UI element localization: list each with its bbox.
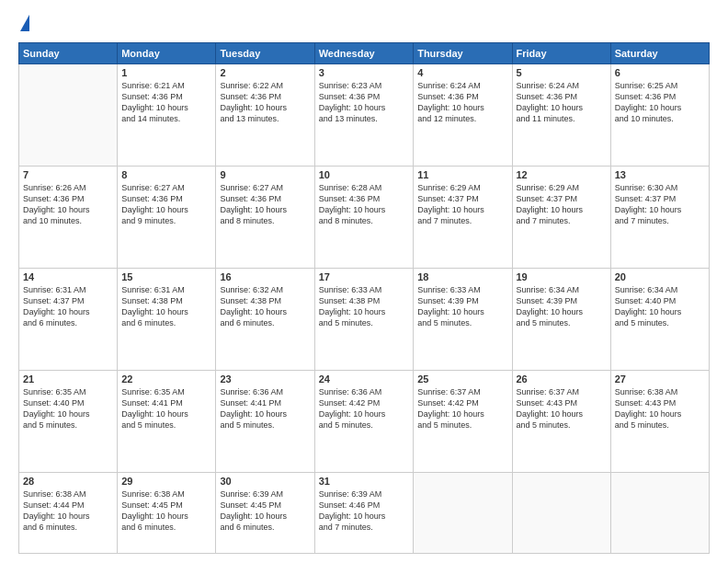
- day-info: Sunrise: 6:35 AM Sunset: 4:41 PM Dayligh…: [121, 386, 211, 431]
- day-info: Sunrise: 6:38 AM Sunset: 4:45 PM Dayligh…: [121, 488, 211, 534]
- day-number: 16: [220, 271, 310, 282]
- logo: [18, 15, 29, 33]
- calendar-day-cell: 18Sunrise: 6:33 AM Sunset: 4:39 PM Dayli…: [414, 268, 512, 370]
- calendar-day-cell: 25Sunrise: 6:37 AM Sunset: 4:42 PM Dayli…: [414, 370, 512, 472]
- weekday-header-cell: Wednesday: [314, 43, 413, 64]
- day-number: 9: [220, 169, 310, 180]
- day-info: Sunrise: 6:29 AM Sunset: 4:37 PM Dayligh…: [517, 182, 607, 227]
- page: SundayMondayTuesdayWednesdayThursdayFrid…: [0, 0, 728, 563]
- day-number: 18: [417, 271, 507, 282]
- day-number: 2: [220, 67, 310, 78]
- calendar-day-cell: 14Sunrise: 6:31 AM Sunset: 4:37 PM Dayli…: [19, 268, 118, 370]
- calendar-day-cell: 8Sunrise: 6:27 AM Sunset: 4:36 PM Daylig…: [118, 166, 216, 268]
- calendar-day-cell: 9Sunrise: 6:27 AM Sunset: 4:36 PM Daylig…: [216, 166, 314, 268]
- calendar-day-cell: 28Sunrise: 6:38 AM Sunset: 4:44 PM Dayli…: [19, 472, 118, 553]
- calendar-day-cell: 2Sunrise: 6:22 AM Sunset: 4:36 PM Daylig…: [216, 64, 314, 167]
- calendar-day-cell: 20Sunrise: 6:34 AM Sunset: 4:40 PM Dayli…: [610, 268, 709, 370]
- day-number: 24: [319, 373, 409, 385]
- day-number: 15: [121, 271, 211, 282]
- day-info: Sunrise: 6:36 AM Sunset: 4:42 PM Dayligh…: [319, 386, 409, 431]
- calendar-day-cell: 19Sunrise: 6:34 AM Sunset: 4:39 PM Dayli…: [512, 268, 610, 370]
- calendar-week-row: 28Sunrise: 6:38 AM Sunset: 4:44 PM Dayli…: [19, 472, 710, 553]
- calendar-day-cell: 15Sunrise: 6:31 AM Sunset: 4:38 PM Dayli…: [118, 268, 216, 370]
- weekday-header-cell: Friday: [512, 43, 610, 64]
- day-info: Sunrise: 6:37 AM Sunset: 4:42 PM Dayligh…: [417, 386, 507, 431]
- day-info: Sunrise: 6:24 AM Sunset: 4:36 PM Dayligh…: [417, 80, 507, 125]
- calendar-week-row: 14Sunrise: 6:31 AM Sunset: 4:37 PM Dayli…: [19, 268, 710, 370]
- calendar-day-cell: 29Sunrise: 6:38 AM Sunset: 4:45 PM Dayli…: [118, 472, 216, 553]
- day-info: Sunrise: 6:30 AM Sunset: 4:37 PM Dayligh…: [615, 182, 705, 227]
- weekday-header-cell: Sunday: [19, 43, 118, 64]
- day-info: Sunrise: 6:32 AM Sunset: 4:38 PM Dayligh…: [220, 284, 310, 329]
- calendar-day-cell: 31Sunrise: 6:39 AM Sunset: 4:46 PM Dayli…: [314, 472, 413, 553]
- day-info: Sunrise: 6:34 AM Sunset: 4:40 PM Dayligh…: [615, 284, 705, 329]
- calendar-day-cell: 23Sunrise: 6:36 AM Sunset: 4:41 PM Dayli…: [216, 370, 314, 472]
- day-info: Sunrise: 6:25 AM Sunset: 4:36 PM Dayligh…: [615, 80, 705, 125]
- calendar-day-cell: 21Sunrise: 6:35 AM Sunset: 4:40 PM Dayli…: [19, 370, 118, 472]
- calendar-day-cell: 7Sunrise: 6:26 AM Sunset: 4:36 PM Daylig…: [19, 166, 118, 268]
- calendar-day-cell: 24Sunrise: 6:36 AM Sunset: 4:42 PM Dayli…: [314, 370, 413, 472]
- day-info: Sunrise: 6:33 AM Sunset: 4:39 PM Dayligh…: [417, 284, 507, 329]
- calendar-body: 1Sunrise: 6:21 AM Sunset: 4:36 PM Daylig…: [19, 64, 710, 554]
- day-number: 29: [121, 476, 211, 487]
- day-info: Sunrise: 6:31 AM Sunset: 4:38 PM Dayligh…: [121, 284, 211, 329]
- calendar-week-row: 21Sunrise: 6:35 AM Sunset: 4:40 PM Dayli…: [19, 370, 710, 472]
- day-info: Sunrise: 6:39 AM Sunset: 4:46 PM Dayligh…: [319, 488, 409, 534]
- day-info: Sunrise: 6:34 AM Sunset: 4:39 PM Dayligh…: [517, 284, 607, 329]
- day-number: 20: [615, 271, 705, 282]
- day-number: 30: [220, 476, 310, 487]
- day-number: 14: [23, 271, 113, 282]
- day-number: 22: [121, 373, 211, 385]
- day-number: 17: [319, 271, 409, 282]
- day-number: 28: [23, 476, 113, 487]
- calendar-day-cell: [610, 472, 709, 553]
- calendar-day-cell: 4Sunrise: 6:24 AM Sunset: 4:36 PM Daylig…: [414, 64, 512, 167]
- day-number: 1: [121, 67, 211, 78]
- day-number: 3: [319, 67, 409, 78]
- calendar-day-cell: 3Sunrise: 6:23 AM Sunset: 4:36 PM Daylig…: [314, 64, 413, 167]
- day-number: 31: [319, 476, 409, 487]
- calendar: SundayMondayTuesdayWednesdayThursdayFrid…: [18, 42, 710, 554]
- day-info: Sunrise: 6:31 AM Sunset: 4:37 PM Dayligh…: [23, 284, 113, 329]
- calendar-day-cell: [414, 472, 512, 553]
- day-info: Sunrise: 6:36 AM Sunset: 4:41 PM Dayligh…: [220, 386, 310, 431]
- day-info: Sunrise: 6:38 AM Sunset: 4:43 PM Dayligh…: [615, 386, 705, 431]
- calendar-day-cell: 17Sunrise: 6:33 AM Sunset: 4:38 PM Dayli…: [314, 268, 413, 370]
- day-number: 10: [319, 169, 409, 180]
- logo-triangle-icon: [20, 15, 29, 31]
- weekday-header-cell: Monday: [118, 43, 216, 64]
- day-info: Sunrise: 6:37 AM Sunset: 4:43 PM Dayligh…: [517, 386, 607, 431]
- day-info: Sunrise: 6:23 AM Sunset: 4:36 PM Dayligh…: [319, 80, 409, 125]
- day-info: Sunrise: 6:22 AM Sunset: 4:36 PM Dayligh…: [220, 80, 310, 125]
- day-info: Sunrise: 6:28 AM Sunset: 4:36 PM Dayligh…: [319, 182, 409, 227]
- day-info: Sunrise: 6:26 AM Sunset: 4:36 PM Dayligh…: [23, 182, 113, 227]
- calendar-day-cell: [19, 64, 118, 167]
- day-number: 7: [23, 169, 113, 180]
- calendar-day-cell: 6Sunrise: 6:25 AM Sunset: 4:36 PM Daylig…: [610, 64, 709, 167]
- day-info: Sunrise: 6:35 AM Sunset: 4:40 PM Dayligh…: [23, 386, 113, 431]
- calendar-day-cell: 1Sunrise: 6:21 AM Sunset: 4:36 PM Daylig…: [118, 64, 216, 167]
- calendar-day-cell: 12Sunrise: 6:29 AM Sunset: 4:37 PM Dayli…: [512, 166, 610, 268]
- weekday-header-cell: Tuesday: [216, 43, 314, 64]
- day-info: Sunrise: 6:24 AM Sunset: 4:36 PM Dayligh…: [517, 80, 607, 125]
- calendar-day-cell: 16Sunrise: 6:32 AM Sunset: 4:38 PM Dayli…: [216, 268, 314, 370]
- day-number: 5: [517, 67, 607, 78]
- day-number: 8: [121, 169, 211, 180]
- day-info: Sunrise: 6:29 AM Sunset: 4:37 PM Dayligh…: [417, 182, 507, 227]
- day-number: 23: [220, 373, 310, 385]
- header: [18, 15, 710, 33]
- day-info: Sunrise: 6:21 AM Sunset: 4:36 PM Dayligh…: [121, 80, 211, 125]
- calendar-week-row: 7Sunrise: 6:26 AM Sunset: 4:36 PM Daylig…: [19, 166, 710, 268]
- calendar-day-cell: [512, 472, 610, 553]
- calendar-day-cell: 13Sunrise: 6:30 AM Sunset: 4:37 PM Dayli…: [610, 166, 709, 268]
- day-number: 12: [517, 169, 607, 180]
- day-number: 25: [417, 373, 507, 385]
- day-info: Sunrise: 6:38 AM Sunset: 4:44 PM Dayligh…: [23, 488, 113, 534]
- calendar-day-cell: 5Sunrise: 6:24 AM Sunset: 4:36 PM Daylig…: [512, 64, 610, 167]
- calendar-day-cell: 11Sunrise: 6:29 AM Sunset: 4:37 PM Dayli…: [414, 166, 512, 268]
- calendar-day-cell: 22Sunrise: 6:35 AM Sunset: 4:41 PM Dayli…: [118, 370, 216, 472]
- day-number: 11: [417, 169, 507, 180]
- calendar-day-cell: 26Sunrise: 6:37 AM Sunset: 4:43 PM Dayli…: [512, 370, 610, 472]
- day-number: 6: [615, 67, 705, 78]
- day-info: Sunrise: 6:33 AM Sunset: 4:38 PM Dayligh…: [319, 284, 409, 329]
